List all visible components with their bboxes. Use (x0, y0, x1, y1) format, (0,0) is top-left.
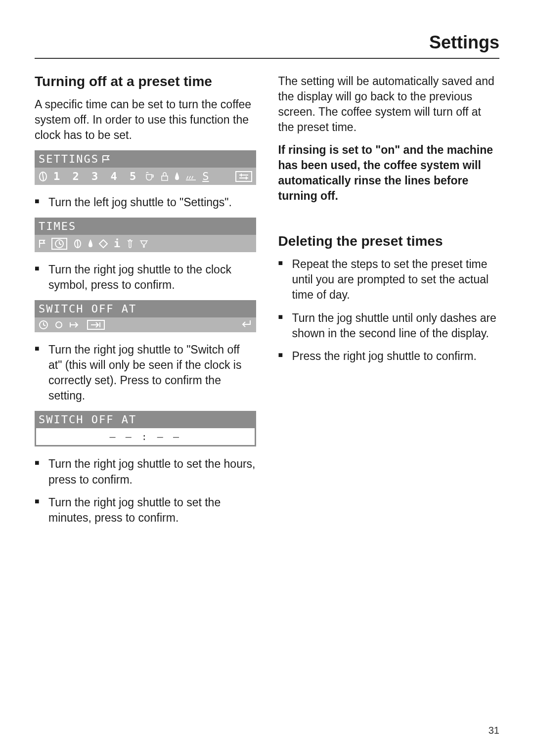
flag-icon (102, 155, 111, 164)
clock-icon-selected (51, 238, 67, 250)
step-4: Turn the right jog shuttle to set the ho… (35, 456, 256, 487)
section-heading-deleting: Deleting the preset times (278, 233, 500, 249)
lcd-title: TIMES (39, 220, 76, 232)
funnel-icon (139, 239, 149, 248)
settings-sliders-icon (235, 171, 252, 182)
lcd-settings: SETTINGS 1 2 3 4 5 S (35, 150, 256, 185)
pitcher-icon (126, 239, 133, 249)
rinse-note: If rinsing is set to "on" and the machin… (278, 142, 500, 204)
steam-icon (185, 172, 196, 181)
letter-s-icon: S (202, 170, 209, 182)
delete-step-2: Turn the jog shuttle until only dashes a… (278, 311, 500, 341)
diamond-icon (99, 239, 108, 248)
svg-rect-1 (162, 176, 168, 180)
cup-icon (145, 172, 155, 181)
right-column: The setting will be automatically saved … (278, 74, 500, 533)
step-5: Turn the right jog shuttle to set the mi… (35, 495, 256, 526)
bean-icon (39, 172, 47, 181)
lcd-numbers: 1 2 3 4 5 (53, 170, 139, 182)
left-column: Turning off at a preset time A specific … (35, 74, 256, 533)
lock-icon (161, 172, 169, 181)
step-2: Turn the right jog shuttle to the clock … (35, 262, 256, 293)
lcd-title: SWITCH OFF AT (39, 413, 136, 426)
lcd-times: TIMES i (35, 218, 256, 252)
lcd-title: SWITCH OFF AT (39, 303, 136, 315)
circle-icon (54, 320, 63, 329)
delete-step-3: Press the right jog shuttle to confirm. (278, 349, 500, 364)
intro-paragraph: A specific time can be set to turn the c… (35, 97, 256, 143)
step-1: Turn the left jog shuttle to "Settings". (35, 195, 256, 210)
drop-icon (88, 239, 93, 249)
arrow-on-icon (69, 321, 81, 329)
step-3: Turn the right jog shuttle to "Switch of… (35, 342, 256, 403)
enter-icon (240, 319, 252, 331)
section-heading-turning-off: Turning off at a preset time (35, 74, 256, 89)
lcd-switch-off-at-time: SWITCH OFF AT – – : – – (35, 411, 256, 446)
delete-step-1: Repeat the steps to set the preset time … (278, 257, 500, 303)
lcd-title: SETTINGS (39, 153, 99, 165)
page-header: Settings (35, 32, 499, 59)
flag-icon (39, 239, 45, 248)
drop-icon (175, 172, 179, 181)
clock-icon (39, 320, 48, 330)
svg-point-5 (56, 322, 62, 328)
page-title: Settings (429, 32, 499, 52)
page-number: 31 (489, 725, 499, 736)
info-icon: i (114, 237, 120, 250)
bean-icon (73, 239, 82, 249)
autosave-paragraph: The setting will be automatically saved … (278, 74, 500, 135)
arrow-off-icon-selected (87, 320, 105, 330)
lcd-time-value: – – : – – (110, 431, 181, 443)
lcd-switch-off-at: SWITCH OFF AT (35, 300, 256, 332)
